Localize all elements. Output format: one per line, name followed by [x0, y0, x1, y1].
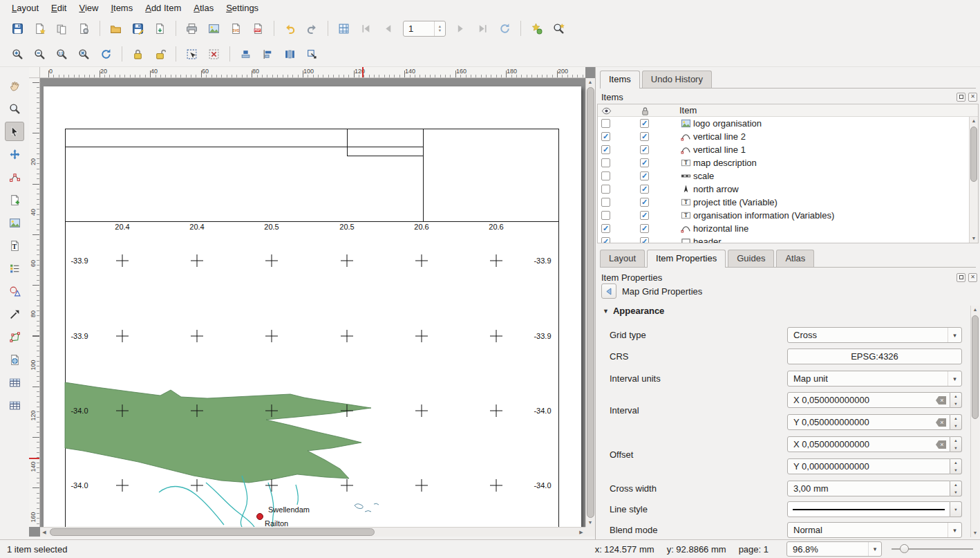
zoom-actual-icon[interactable]	[53, 45, 71, 64]
add-picture-icon[interactable]	[5, 213, 24, 232]
add-label-icon[interactable]	[5, 236, 24, 255]
undo-icon[interactable]	[281, 19, 299, 38]
menu-add-item[interactable]: Add Item	[139, 1, 187, 15]
add-page-icon[interactable]	[5, 190, 24, 210]
export-pdf-icon[interactable]	[249, 19, 267, 38]
snap-grid-icon[interactable]	[334, 19, 353, 38]
raise-items-icon[interactable]	[236, 45, 255, 64]
scroll-up-icon[interactable]: ▲	[970, 117, 978, 125]
spin-buttons[interactable]: ▴▾	[950, 481, 962, 496]
items-tree-scrollbar[interactable]: ▲ ▼	[969, 117, 978, 243]
scroll-down-icon[interactable]: ▼	[971, 529, 979, 537]
resize-items-icon[interactable]	[303, 45, 321, 64]
items-tree-row[interactable]: logo organisation	[598, 117, 978, 130]
items-tree-row[interactable]: horizontal line	[598, 222, 978, 235]
spin-buttons[interactable]: ▴▾	[950, 392, 962, 408]
interval-y-spinbox[interactable]: Y 0,050000000000 × ▴▾	[787, 414, 962, 430]
menu-items[interactable]: Items	[104, 1, 139, 15]
scrollbar-thumb[interactable]	[970, 127, 977, 182]
items-tree-row[interactable]: header	[598, 235, 978, 243]
visibility-checkbox[interactable]	[601, 119, 610, 128]
line-style-dropdown[interactable]: ▾	[950, 501, 962, 517]
pan-icon[interactable]	[5, 76, 24, 95]
zoom-slider-handle[interactable]	[900, 544, 909, 553]
add-shape-icon[interactable]	[5, 281, 24, 301]
save-icon[interactable]	[8, 19, 27, 38]
tab-guides[interactable]: Guides	[728, 250, 774, 267]
spin-arrows-icon[interactable]: ▴▾	[434, 21, 445, 36]
visibility-checkbox[interactable]	[601, 198, 610, 207]
items-tree-row[interactable]: vertical line 2	[598, 130, 978, 143]
select-all-icon[interactable]	[182, 45, 201, 64]
add-arrow-icon[interactable]	[5, 304, 24, 324]
blend-mode-select[interactable]: Normal ▾	[787, 522, 962, 538]
close-panel-icon[interactable]: ✕	[968, 273, 977, 282]
close-panel-icon[interactable]: ✕	[968, 93, 977, 102]
appearance-section-header[interactable]: ▼ Appearance	[603, 306, 664, 316]
scroll-up-icon[interactable]: ▲	[971, 306, 979, 314]
visibility-checkbox[interactable]	[601, 145, 610, 154]
clear-icon[interactable]: ×	[936, 440, 946, 449]
canvas-vertical-scrollbar[interactable]: ▲ ▼	[585, 78, 595, 527]
redo-icon[interactable]	[303, 19, 321, 38]
properties-scrollbar[interactable]: ▲ ▼	[970, 306, 979, 537]
atlas-settings-icon[interactable]	[527, 19, 546, 38]
move-content-icon[interactable]	[5, 145, 24, 164]
duplicate-layout-icon[interactable]	[53, 19, 71, 38]
scrollbar-thumb[interactable]	[50, 528, 375, 536]
float-panel-icon[interactable]	[957, 93, 965, 102]
zoom-in-icon[interactable]	[8, 45, 27, 64]
scroll-left-icon[interactable]: ◀	[40, 528, 48, 537]
zoom-slider[interactable]	[892, 542, 973, 556]
visibility-checkbox[interactable]	[601, 211, 610, 220]
lock-checkbox[interactable]	[640, 145, 649, 154]
line-style-preview[interactable]	[787, 501, 950, 517]
scroll-right-icon[interactable]: ▶	[577, 528, 585, 537]
scroll-down-icon[interactable]: ▼	[586, 519, 594, 527]
tab-undo-history[interactable]: Undo History	[642, 71, 712, 88]
offset-x-spinbox[interactable]: X 0,050000000000 × ▴▾	[787, 436, 962, 452]
distribute-items-icon[interactable]	[281, 45, 299, 64]
prev-feature-icon[interactable]	[379, 19, 397, 38]
tab-item-properties[interactable]: Item Properties	[647, 250, 726, 268]
unlock-items-icon[interactable]	[151, 45, 169, 64]
save-as-icon[interactable]	[129, 19, 147, 38]
menu-view[interactable]: View	[73, 1, 104, 15]
items-tree-row[interactable]: scale	[598, 169, 978, 183]
add-attribute-table-icon[interactable]	[5, 373, 24, 392]
visibility-checkbox[interactable]	[601, 132, 610, 141]
tab-items[interactable]: Items	[600, 71, 640, 89]
items-tree-row[interactable]: project title (Variable)	[598, 196, 978, 209]
lock-checkbox[interactable]	[640, 119, 649, 128]
menu-layout[interactable]: Layout	[6, 1, 45, 15]
tab-atlas[interactable]: Atlas	[776, 250, 814, 267]
lock-checkbox[interactable]	[640, 185, 649, 194]
back-button[interactable]	[601, 283, 616, 299]
export-svg-icon[interactable]	[227, 19, 245, 38]
scroll-down-icon[interactable]: ▼	[970, 234, 978, 243]
spin-buttons[interactable]: ▴▾	[950, 436, 962, 452]
crs-field[interactable]: EPSG:4326	[787, 348, 962, 364]
cross-width-spinbox[interactable]: 3,00 mm ▴▾	[787, 481, 962, 496]
lock-checkbox[interactable]	[640, 132, 649, 141]
scroll-up-icon[interactable]: ▲	[586, 78, 594, 86]
save-template-icon[interactable]	[151, 19, 169, 38]
select-move-icon[interactable]	[5, 122, 24, 141]
interval-x-spinbox[interactable]: X 0,050000000000 × ▴▾	[787, 392, 962, 408]
add-node-item-icon[interactable]	[5, 327, 24, 346]
items-tree-row[interactable]: vertical line 1	[598, 143, 978, 156]
page-number-spinbox[interactable]: 1 ▴▾	[403, 21, 446, 37]
interval-units-select[interactable]: Map unit ▾	[787, 371, 962, 387]
next-feature-icon[interactable]	[451, 19, 470, 38]
first-feature-icon[interactable]	[357, 19, 375, 38]
open-icon[interactable]	[106, 19, 125, 38]
refresh-icon[interactable]	[97, 45, 115, 64]
lock-checkbox[interactable]	[640, 211, 649, 220]
preview-atlas-icon[interactable]	[549, 19, 568, 38]
refresh-view-icon[interactable]	[496, 19, 514, 38]
edit-nodes-icon[interactable]	[5, 167, 24, 187]
tab-layout[interactable]: Layout	[600, 250, 645, 267]
offset-y-spinbox[interactable]: Y 0,000000000000 ▴▾	[787, 458, 962, 474]
visibility-checkbox[interactable]	[601, 185, 610, 194]
visibility-checkbox[interactable]	[601, 171, 610, 180]
